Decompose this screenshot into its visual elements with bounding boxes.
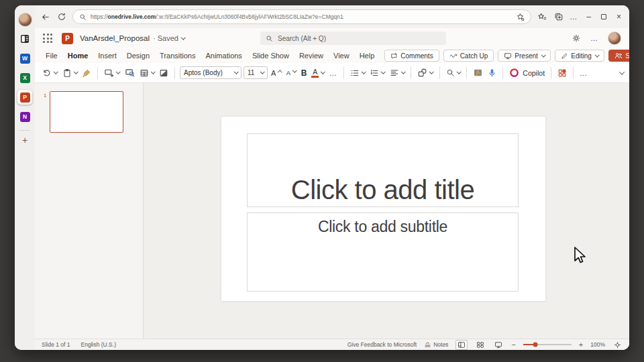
find-button[interactable] <box>445 67 462 78</box>
zoom-in-button[interactable]: + <box>579 341 583 349</box>
font-size-select[interactable]: 11 <box>244 66 268 79</box>
font-more-button[interactable]: … <box>328 68 339 78</box>
chevron-down-icon <box>74 70 78 74</box>
menu-tab-transitions[interactable]: Transitions <box>160 52 195 60</box>
align-button[interactable] <box>388 67 407 79</box>
font-color-button[interactable]: A <box>310 67 326 79</box>
designer-button[interactable] <box>556 67 568 79</box>
close-button[interactable]: × <box>616 12 621 21</box>
bullet-list-icon <box>350 68 360 78</box>
sidebar-item-excel[interactable]: X <box>17 70 32 85</box>
subtitle-placeholder[interactable]: Click to add subtitle <box>247 213 519 292</box>
favorites-button[interactable] <box>536 11 548 23</box>
slide-thumbnail[interactable] <box>50 91 123 133</box>
app-launcher-icon[interactable] <box>43 34 52 43</box>
undo-button[interactable] <box>40 66 59 79</box>
cursor-arrow-icon <box>572 246 586 265</box>
paste-button[interactable] <box>61 67 79 79</box>
menu-tab-slideshow[interactable]: Slide Show <box>252 52 289 60</box>
menu-tab-review[interactable]: Review <box>299 52 323 60</box>
shrink-font-button[interactable]: A <box>285 68 298 78</box>
menu-tab-help[interactable]: Help <box>360 52 375 60</box>
slideshow-view-button[interactable] <box>493 341 504 349</box>
reuse-slides-button[interactable] <box>123 66 136 79</box>
status-bar: Slide 1 of 1 English (U.S.) Give Feedbac… <box>35 339 629 350</box>
slide-number: 1 <box>44 91 46 339</box>
browser-menu-button[interactable]: … <box>570 13 578 21</box>
account-avatar[interactable] <box>608 32 621 45</box>
menu-tab-view[interactable]: View <box>333 52 350 60</box>
bullets-button[interactable] <box>349 67 367 79</box>
notes-toggle[interactable]: Notes <box>424 341 448 348</box>
menu-tab-design[interactable]: Design <box>127 52 150 60</box>
cameo-button[interactable] <box>472 67 484 78</box>
find-icon <box>446 68 455 77</box>
numbering-button[interactable] <box>368 67 386 79</box>
header-more-button[interactable]: … <box>590 34 598 42</box>
sidebar-add-button[interactable]: + <box>22 137 28 143</box>
sidebar-item-word[interactable]: W <box>17 51 32 66</box>
fit-to-window-button[interactable] <box>612 341 623 349</box>
address-bar[interactable]: https://onedrive.live.com/:w:/t/EaCKkPs6… <box>72 9 531 24</box>
share-button[interactable]: Share <box>608 50 629 62</box>
chevron-down-icon <box>429 70 433 74</box>
catch-up-button[interactable]: Catch Up <box>443 50 494 62</box>
powerpoint-logo-icon[interactable]: P <box>62 33 73 44</box>
comments-button[interactable]: Comments <box>384 50 439 62</box>
format-painter-button[interactable] <box>80 67 93 79</box>
menu-tab-home[interactable]: Home <box>68 52 89 60</box>
collections-button[interactable] <box>553 11 565 23</box>
refresh-icon <box>57 12 66 21</box>
profile-avatar[interactable] <box>18 13 32 27</box>
zoom-out-button[interactable]: − <box>511 341 515 349</box>
back-button[interactable] <box>39 11 51 23</box>
refresh-button[interactable] <box>56 11 68 23</box>
slide-status: Slide 1 of 1 <box>42 341 70 348</box>
format-painter-icon <box>82 68 91 78</box>
new-slide-button[interactable] <box>103 66 121 79</box>
shapes-button[interactable] <box>416 66 435 79</box>
menu-tab-insert[interactable]: Insert <box>98 52 117 60</box>
menu-tab-file[interactable]: File <box>46 52 58 60</box>
collapse-ribbon-icon[interactable] <box>619 69 625 74</box>
picture-button[interactable] <box>158 67 170 79</box>
onenote-icon: N <box>20 112 30 122</box>
maximize-button[interactable] <box>601 14 606 19</box>
menu-tab-animations[interactable]: Animations <box>205 52 241 60</box>
grow-font-button[interactable]: A <box>270 68 283 78</box>
copilot-icon <box>509 68 519 78</box>
present-button[interactable]: Present <box>498 50 551 62</box>
powerpoint-icon: P <box>20 93 30 103</box>
gear-icon[interactable] <box>572 34 581 43</box>
bookmark-add-icon[interactable] <box>516 13 525 21</box>
ribbon-divider <box>551 67 551 79</box>
sidebar-item-powerpoint[interactable]: P <box>17 90 32 105</box>
slide[interactable]: Click to add title Click to add subtitle <box>221 117 545 301</box>
excel-icon: X <box>20 73 30 83</box>
sidebar-item-onenote[interactable]: N <box>17 109 32 124</box>
search-input[interactable]: Search (Alt + Q) <box>260 32 446 45</box>
feedback-link[interactable]: Give Feedback to Microsoft <box>347 341 417 348</box>
slide-sorter-view-button[interactable] <box>475 341 486 349</box>
bold-button[interactable]: B <box>300 67 309 79</box>
language-status[interactable]: English (U.S.) <box>81 341 116 348</box>
ribbon-more-button[interactable]: … <box>578 68 589 78</box>
editing-mode-button[interactable]: Editing <box>555 50 604 62</box>
table-button[interactable] <box>138 67 156 79</box>
sidebar-item-notebook[interactable] <box>17 32 32 46</box>
font-name-select[interactable]: Aptos (Body) <box>180 66 241 79</box>
copilot-button[interactable]: Copilot <box>508 66 546 79</box>
title-placeholder[interactable]: Click to add title <box>247 133 519 207</box>
zoom-level[interactable]: 100% <box>590 341 605 348</box>
font-color-icon: A <box>311 68 319 78</box>
shapes-icon <box>417 68 427 78</box>
save-status[interactable]: · Saved <box>153 34 184 42</box>
dictate-button[interactable] <box>486 67 498 79</box>
zoom-slider[interactable] <box>523 344 572 345</box>
zoom-slider-knob[interactable] <box>533 343 537 347</box>
normal-view-button[interactable] <box>455 340 468 350</box>
ribbon-divider <box>573 67 574 79</box>
minimize-button[interactable]: – <box>586 12 591 21</box>
document-title[interactable]: VanArsdel_Proposal <box>80 34 150 42</box>
clipboard-icon <box>62 68 72 78</box>
